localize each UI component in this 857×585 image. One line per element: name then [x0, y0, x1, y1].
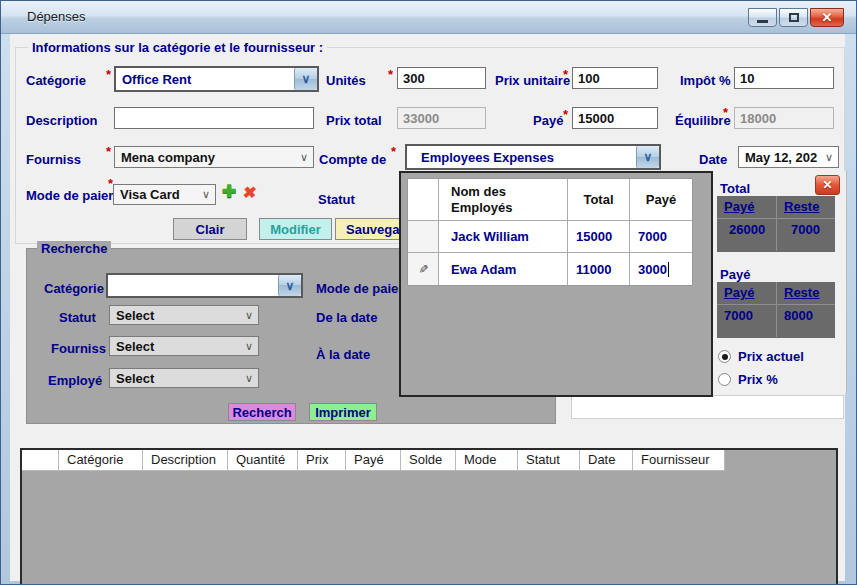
chevron-down-icon[interactable]: ∨	[294, 68, 317, 90]
sauvegarder-button[interactable]: Sauvegar	[335, 218, 405, 240]
recherche-categorie-combobox[interactable]: ∨	[106, 273, 303, 298]
recherche-categorie-combobox-value	[108, 275, 278, 296]
prix-unitaire-input[interactable]	[572, 67, 658, 89]
results-col-date[interactable]: Date	[580, 450, 633, 471]
fourniss-combobox-value: Mena company	[115, 150, 295, 165]
imprimer-button[interactable]: Imprimer	[309, 403, 377, 421]
categorie-combobox-value: Office Rent	[116, 68, 294, 90]
categorie-combobox[interactable]: Office Rent ∨	[114, 66, 319, 92]
paye-required-marker: *	[563, 107, 568, 122]
paye-input[interactable]	[572, 107, 658, 129]
minimize-button[interactable]	[748, 8, 777, 27]
employee-row: Jack William 15000 7000	[408, 221, 692, 253]
results-col-categorie[interactable]: Catégorie	[59, 450, 143, 471]
notes-box[interactable]	[571, 395, 844, 419]
compte-combobox[interactable]: Employees Expenses ∨	[405, 144, 661, 170]
panel-close-button[interactable]: ✕	[815, 175, 840, 195]
summary-paye-reste-value: 8000	[776, 305, 835, 337]
unites-input[interactable]	[397, 67, 486, 89]
results-table-header-row: Catégorie Description Quantité Prix Payé…	[22, 450, 836, 471]
de-la-date-label: De la date	[316, 310, 377, 325]
impot-label: Impôt %	[680, 73, 731, 88]
employee-grid-header-row: Nom des Employés Total Payé	[408, 179, 692, 221]
results-header-filler	[725, 450, 836, 471]
employee-name-cell[interactable]: Jack William	[439, 221, 568, 253]
summary-paye-table: Payé Reste 7000 8000	[717, 282, 835, 338]
employee-name-cell[interactable]: Ewa Adam	[439, 253, 568, 285]
recherche-statut-combobox-value: Select	[110, 308, 240, 323]
summary-col-reste: Reste	[776, 196, 835, 218]
fourniss-required-marker: *	[106, 144, 111, 159]
results-col-solde[interactable]: Solde	[401, 450, 456, 471]
summary-panel: ✕ Total Payé Reste 26000 7000 Payé Payé …	[713, 171, 847, 393]
fourniss-combobox[interactable]: Mena company ∨	[114, 146, 314, 168]
chevron-down-icon: ∨	[197, 188, 215, 201]
chevron-down-icon[interactable]: ∨	[636, 146, 659, 168]
employee-paye-value: 3000	[638, 262, 667, 277]
close-icon: ✕	[822, 10, 833, 25]
mode-paiement-combobox-value: Visa Card	[114, 187, 197, 202]
col-header-total[interactable]: Total	[568, 179, 630, 221]
prix-actuel-radio[interactable]: Prix actuel	[718, 349, 804, 364]
add-payment-mode-icon[interactable]: ✚	[222, 181, 236, 202]
employee-total-cell[interactable]: 11000	[568, 253, 630, 285]
categorie-required-marker: *	[106, 67, 111, 82]
chevron-down-icon[interactable]: ∨	[278, 275, 301, 296]
recherche-employe-combobox[interactable]: Select ∨	[109, 368, 259, 388]
row-selector-header[interactable]	[408, 179, 439, 221]
row-selector[interactable]	[408, 221, 439, 253]
radio-selected-icon	[718, 350, 731, 363]
prix-pct-radio[interactable]: Prix %	[718, 372, 778, 387]
a-la-date-label: À la date	[316, 347, 370, 362]
minimize-icon	[757, 20, 768, 23]
equilibre-required-marker: *	[723, 105, 728, 120]
close-icon: ✕	[822, 178, 832, 192]
compte-required-marker: *	[391, 144, 396, 159]
results-col-statut[interactable]: Statut	[518, 450, 580, 471]
summary-paye-paye-value: 7000	[717, 305, 776, 337]
employee-paye-cell[interactable]: 3000	[630, 253, 692, 285]
results-col-quantite[interactable]: Quantité	[228, 450, 298, 471]
summary-total-title: Total	[720, 181, 750, 196]
impot-input[interactable]	[734, 67, 834, 89]
recherch-button[interactable]: Recherch	[228, 403, 296, 421]
employee-total-cell[interactable]: 15000	[568, 221, 630, 253]
description-input[interactable]	[114, 107, 314, 129]
unites-required-marker: *	[388, 67, 393, 82]
row-selector[interactable]: ✎	[408, 253, 439, 285]
maximize-button[interactable]	[779, 8, 808, 27]
chevron-down-icon: ∨	[295, 151, 313, 164]
prix-pct-radio-label: Prix %	[738, 372, 778, 387]
summary-total-reste-value: 7000	[776, 219, 835, 251]
recherche-fourniss-combobox[interactable]: Select ∨	[109, 336, 259, 356]
recherche-employe-combobox-value: Select	[110, 371, 240, 386]
recherche-fourniss-combobox-value: Select	[110, 339, 240, 354]
date-label: Date	[699, 152, 727, 167]
recherche-groupbox-title: Recherche	[37, 241, 111, 256]
close-button[interactable]: ✕	[810, 8, 844, 27]
delete-payment-mode-icon[interactable]: ✖	[242, 183, 258, 202]
info-groupbox-title: Informations sur la catégorie et le four…	[28, 40, 327, 55]
equilibre-input	[734, 107, 834, 129]
recherche-categorie-label: Catégorie	[44, 281, 104, 296]
results-col-paye[interactable]: Payé	[346, 450, 401, 471]
summary-col-paye: Payé	[717, 196, 776, 218]
date-picker[interactable]: May 12, 202 ∨	[738, 146, 839, 168]
col-header-nom[interactable]: Nom des Employés	[439, 179, 568, 221]
results-col-selector[interactable]	[22, 450, 59, 471]
results-col-fournisseur[interactable]: Fournisseur	[633, 450, 725, 471]
date-picker-value: May 12, 202	[739, 150, 820, 165]
compte-combobox-value: Employees Expenses	[407, 146, 636, 168]
mode-paiement-combobox[interactable]: Visa Card ∨	[113, 184, 216, 205]
results-col-prix[interactable]: Prix	[298, 450, 346, 471]
clair-button[interactable]: Clair	[173, 218, 247, 240]
employee-paye-cell[interactable]: 7000	[630, 221, 692, 253]
results-col-mode[interactable]: Mode	[456, 450, 518, 471]
recherche-statut-combobox[interactable]: Select ∨	[109, 305, 259, 325]
compte-label: Compte de	[319, 152, 386, 167]
prix-unitaire-required-marker: *	[563, 67, 568, 82]
modifier-button[interactable]: Modifier	[259, 218, 332, 240]
col-header-paye[interactable]: Payé	[630, 179, 692, 221]
statut-label: Statut	[318, 192, 355, 207]
results-col-description[interactable]: Description	[143, 450, 228, 471]
